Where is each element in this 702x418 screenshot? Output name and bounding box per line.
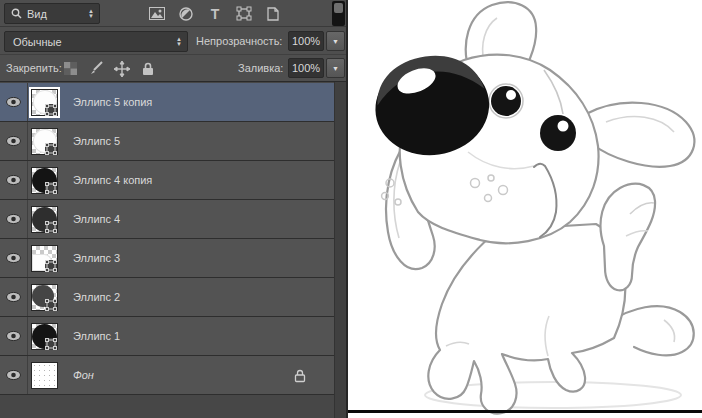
layer-row-ellipse-4[interactable]: Эллипс 4 <box>0 200 334 239</box>
document-canvas[interactable] <box>348 0 702 418</box>
visibility-toggle[interactable] <box>0 122 28 160</box>
eye-icon <box>6 214 21 224</box>
filter-kind-label: Вид <box>27 8 47 20</box>
layer-row-ellipse-1[interactable]: Эллипс 1 <box>0 317 334 356</box>
lock-all-icon[interactable] <box>140 61 156 77</box>
dog-line-art <box>348 0 702 418</box>
layer-thumbnail[interactable] <box>31 128 58 155</box>
type-layers-filter-icon[interactable]: T <box>206 6 224 22</box>
vector-mask-badge-icon <box>43 259 59 273</box>
layer-name: Фон <box>73 369 94 381</box>
lock-fill-bar: Закрепить: Заливка: 100% ▼ <box>0 55 346 82</box>
layer-thumbnail[interactable] <box>31 89 58 116</box>
lock-pixels-icon[interactable] <box>88 61 104 77</box>
fill-label: Заливка: <box>238 62 283 74</box>
document-edge <box>348 410 702 413</box>
blend-mode-dropdown[interactable]: Обычные ▲▼ <box>4 31 188 52</box>
eye-icon <box>6 253 21 263</box>
lock-position-icon[interactable] <box>114 61 130 77</box>
opacity-label: Непрозрачность: <box>196 35 282 47</box>
layers-scrollbar-track[interactable] <box>334 82 346 418</box>
filter-icon-group: T <box>148 4 282 23</box>
updown-arrows-icon: ▲▼ <box>176 37 182 47</box>
visibility-toggle[interactable] <box>0 278 28 316</box>
visibility-toggle[interactable] <box>0 200 28 238</box>
layer-thumbnail[interactable] <box>31 245 58 272</box>
updown-arrows-icon: ▲▼ <box>88 9 94 19</box>
layer-filter-bar: Вид ▲▼ T <box>0 0 346 27</box>
blend-mode-value: Обычные <box>13 36 62 48</box>
visibility-toggle[interactable] <box>0 83 28 121</box>
adjustment-layers-filter-icon[interactable] <box>177 6 195 22</box>
visibility-toggle[interactable] <box>0 239 28 277</box>
smart-objects-filter-icon[interactable] <box>264 6 282 22</box>
vector-mask-badge-icon <box>43 337 59 351</box>
fill-dropdown-button[interactable]: ▼ <box>326 58 345 78</box>
layer-row-ellipse-5[interactable]: Эллипс 5 <box>0 122 334 161</box>
opacity-value-field[interactable]: 100% <box>288 31 324 51</box>
layer-row-ellipse-2[interactable]: Эллипс 2 <box>0 278 334 317</box>
layer-name: Эллипс 1 <box>73 330 120 342</box>
vector-mask-badge-icon <box>43 142 59 156</box>
scrollbar-thumb[interactable] <box>334 3 343 13</box>
layer-name: Эллипс 5 копия <box>73 96 152 108</box>
layer-name: Эллипс 4 копия <box>73 174 152 186</box>
right-ear <box>586 103 694 167</box>
layer-row-ellipse-5-copy[interactable]: Эллипс 5 копия <box>0 83 334 122</box>
fill-value: 100% <box>292 62 320 74</box>
lock-icon-group <box>62 60 156 77</box>
filter-kind-dropdown[interactable]: Вид ▲▼ <box>4 3 100 24</box>
vector-mask-badge-icon <box>43 220 59 234</box>
layer-name: Эллипс 3 <box>73 252 120 264</box>
shape-layers-filter-icon[interactable] <box>235 6 253 22</box>
layers-panel: Вид ▲▼ T <box>0 0 348 418</box>
raised-paw <box>601 184 656 291</box>
fill-value-field[interactable]: 100% <box>288 58 324 78</box>
vector-mask-badge-icon <box>43 181 59 195</box>
layer-name: Эллипс 2 <box>73 291 120 303</box>
layer-row-background[interactable]: Фон <box>0 356 334 395</box>
eye-icon <box>6 370 21 380</box>
lock-label: Закрепить: <box>6 62 62 74</box>
layer-row-ellipse-3[interactable]: Эллипс 3 <box>0 239 334 278</box>
visibility-toggle[interactable] <box>0 317 28 355</box>
layer-thumbnail[interactable] <box>31 167 58 194</box>
layer-thumbnail[interactable] <box>31 362 58 389</box>
layer-thumbnail[interactable] <box>31 206 58 233</box>
eye-icon <box>6 136 21 146</box>
blend-opacity-bar: Обычные ▲▼ Непрозрачность: 100% ▼ <box>0 27 346 55</box>
photoshop-layers-ui: Вид ▲▼ T <box>0 0 702 418</box>
vector-mask-badge-icon <box>43 103 59 117</box>
layer-lock-icon <box>294 369 306 383</box>
layer-name: Эллипс 4 <box>73 213 120 225</box>
eye-icon <box>6 175 21 185</box>
layer-name: Эллипс 5 <box>73 135 120 147</box>
layer-row-ellipse-4-copy[interactable]: Эллипс 4 копия <box>0 161 334 200</box>
opacity-value: 100% <box>292 35 320 47</box>
dog-body <box>428 224 625 414</box>
lock-transparency-icon[interactable] <box>62 61 78 77</box>
thumbnail-shape <box>32 363 57 388</box>
layer-list: Эллипс 5 копия Эллипс 5 <box>0 82 346 418</box>
vector-mask-badge-icon <box>43 298 59 312</box>
pixel-layers-filter-icon[interactable] <box>148 6 166 22</box>
visibility-toggle[interactable] <box>0 356 28 394</box>
opacity-dropdown-button[interactable]: ▼ <box>326 31 345 51</box>
panel-scrollbar-top[interactable] <box>332 1 345 26</box>
layer-thumbnail[interactable] <box>31 284 58 311</box>
eye-icon <box>6 97 21 107</box>
layer-thumbnail[interactable] <box>31 323 58 350</box>
eye-icon <box>6 331 21 341</box>
visibility-toggle[interactable] <box>0 161 28 199</box>
eye-icon <box>6 292 21 302</box>
search-icon <box>11 8 22 19</box>
